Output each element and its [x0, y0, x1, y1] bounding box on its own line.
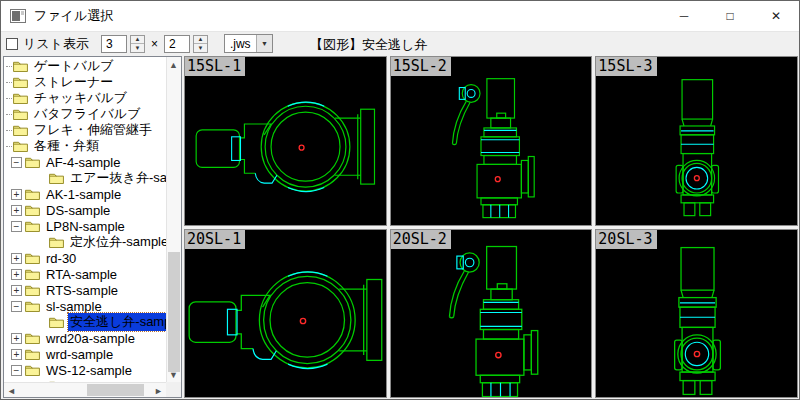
expand-icon[interactable]: +	[11, 269, 22, 280]
tree-item[interactable]: ゲートバルブ	[4, 58, 166, 74]
cad-drawing-front-view	[596, 57, 797, 225]
expand-icon[interactable]: +	[11, 189, 22, 200]
scroll-right-icon[interactable]: ►	[151, 383, 166, 398]
tree-item[interactable]: +RTS-sample	[4, 282, 166, 298]
folder-tree-panel: ゲートバルブストレーナーチャッキバルブバタフライバルブフレキ・伸縮管継手各種・弁…	[3, 56, 182, 398]
cad-drawing-top-view	[185, 57, 386, 225]
minimize-button[interactable]: ─	[661, 1, 707, 31]
expand-icon[interactable]: +	[11, 205, 22, 216]
vertical-scroll-thumb[interactable]	[168, 252, 180, 372]
tree-item[interactable]: エアー抜き弁-sam	[4, 170, 166, 186]
columns-input[interactable]: 3	[101, 35, 127, 53]
folder-icon	[49, 172, 64, 184]
cad-drawing-side-view	[391, 230, 592, 398]
scrollbar-corner	[166, 382, 181, 397]
folder-icon	[25, 188, 40, 200]
expand-icon[interactable]: +	[11, 349, 22, 360]
horizontal-scroll-thumb[interactable]	[87, 384, 144, 396]
toolbar: リスト表示 3 ▲ ▼ × 2 ▲ ▼ .jws ▼ 【図形】安全逃し弁	[1, 31, 799, 55]
content-area: ゲートバルブストレーナーチャッキバルブバタフライバルブフレキ・伸縮管継手各種・弁…	[1, 56, 799, 399]
thumbnail-tile[interactable]: 20SL-1	[184, 229, 387, 399]
folder-icon	[13, 140, 28, 152]
tree-item-label: 定水位弁-sample	[68, 233, 166, 251]
folder-icon	[25, 156, 40, 168]
folder-icon	[13, 92, 28, 104]
vertical-scrollbar[interactable]: ▲ ▼	[166, 57, 181, 382]
scroll-up-icon[interactable]: ▲	[166, 57, 181, 72]
file-select-dialog: ファイル選択 ─ □ ✕ リスト表示 3 ▲ ▼ × 2 ▲ ▼ .jws ▼ …	[0, 0, 800, 400]
tree-item-label: AF-4-sample	[44, 155, 122, 170]
tree-item-label: rd-30	[44, 251, 78, 266]
filetype-value: .jws	[225, 35, 256, 52]
rows-input[interactable]: 2	[164, 35, 190, 53]
collapse-icon[interactable]: −	[11, 157, 22, 168]
thumbnail-tile[interactable]: 15SL-1	[184, 56, 387, 226]
collapse-icon[interactable]: −	[11, 365, 22, 376]
chevron-down-icon[interactable]: ▼	[256, 35, 272, 52]
times-sign: ×	[151, 37, 158, 51]
tree-item-label: wrd-sample	[44, 347, 115, 362]
collapse-icon[interactable]: −	[11, 221, 22, 232]
folder-icon	[25, 300, 40, 312]
figure-category-label: 【図形】安全逃し弁	[310, 36, 427, 54]
cad-drawing-top-view	[185, 230, 386, 398]
cad-drawing-front-view	[596, 230, 797, 398]
thumbnail-tile[interactable]: 15SL-2	[390, 56, 593, 226]
tile-label: 20SL-2	[391, 230, 451, 249]
thumbnail-tile[interactable]: 20SL-2	[390, 229, 593, 399]
tree-item[interactable]: チャッキバルブ	[4, 90, 166, 106]
filetype-dropdown[interactable]: .jws ▼	[224, 34, 273, 53]
window-controls: ─ □ ✕	[661, 1, 799, 31]
tree-item-label: RTA-sample	[44, 267, 119, 282]
tree-item[interactable]: +RTA-sample	[4, 266, 166, 282]
tree-item[interactable]: 安全逃し弁-sample	[4, 314, 166, 330]
tree-connector	[6, 130, 12, 131]
horizontal-scrollbar[interactable]: ◄ ►	[4, 382, 166, 397]
tree-item[interactable]: −sl-sample	[4, 298, 166, 314]
tree-item[interactable]: フレキ・伸縮管継手	[4, 122, 166, 138]
tree-item-label: エアー抜き弁-sam	[68, 169, 166, 187]
tree-connector	[6, 114, 12, 115]
rows-spinner: ▲ ▼	[193, 35, 208, 53]
tree-item[interactable]: +wrd-sample	[4, 346, 166, 362]
folder-icon	[25, 348, 40, 360]
tree-item[interactable]: 定水位弁-sample	[4, 234, 166, 250]
tree-item[interactable]: −LP8N-sample	[4, 218, 166, 234]
tree-item[interactable]: −WS-12-sample	[4, 362, 166, 378]
columns-down-button[interactable]: ▼	[131, 44, 144, 52]
scroll-down-icon[interactable]: ▼	[166, 367, 181, 382]
tree-item[interactable]: +rd-30	[4, 250, 166, 266]
maximize-button[interactable]: □	[707, 1, 753, 31]
folder-icon	[13, 76, 28, 88]
folder-icon	[25, 220, 40, 232]
collapse-icon[interactable]: −	[11, 301, 22, 312]
rows-up-button[interactable]: ▲	[194, 36, 207, 45]
tree-item[interactable]: +AK-1-sample	[4, 186, 166, 202]
folder-icon	[25, 332, 40, 344]
columns-up-button[interactable]: ▲	[131, 36, 144, 45]
scroll-left-icon[interactable]: ◄	[4, 383, 19, 398]
list-view-label: リスト表示	[23, 35, 89, 53]
tree-item[interactable]: ストレーナー	[4, 74, 166, 90]
tree-item-label: sl-sample	[44, 299, 104, 314]
titlebar: ファイル選択 ─ □ ✕	[1, 1, 799, 31]
expand-icon[interactable]: +	[11, 285, 22, 296]
thumbnail-tile[interactable]: 20SL-3	[595, 229, 798, 399]
expand-icon[interactable]: +	[11, 333, 22, 344]
close-button[interactable]: ✕	[753, 1, 799, 31]
expand-icon[interactable]: +	[11, 253, 22, 264]
thumbnail-tile[interactable]: 15SL-3	[595, 56, 798, 226]
tree-connector	[6, 82, 12, 83]
tree-item[interactable]: −AF-4-sample	[4, 154, 166, 170]
tile-label: 20SL-3	[596, 230, 656, 249]
rows-down-button[interactable]: ▼	[194, 44, 207, 52]
tree-item[interactable]: +wrd20a-sample	[4, 330, 166, 346]
tree-item[interactable]: +DS-sample	[4, 202, 166, 218]
tile-label: 15SL-3	[596, 57, 656, 76]
tree-item[interactable]: 各種・弁類	[4, 138, 166, 154]
list-view-checkbox[interactable]	[6, 38, 18, 50]
tree-item[interactable]: バタフライバルブ	[4, 106, 166, 122]
folder-icon	[25, 268, 40, 280]
tree-item-label: RTS-sample	[44, 283, 120, 298]
tile-label: 15SL-2	[391, 57, 451, 76]
